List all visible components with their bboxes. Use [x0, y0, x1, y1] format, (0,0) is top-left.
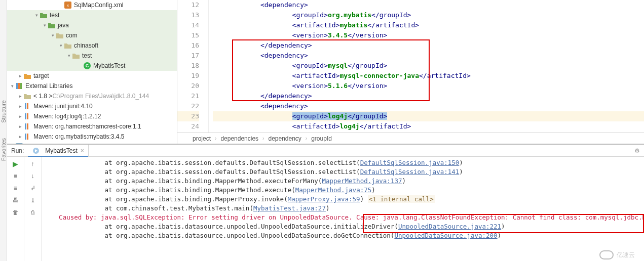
up-icon[interactable]: ↑	[28, 159, 38, 169]
tree-item[interactable]: ▸< 1.8 > C:\Program Files\Java\jdk1.8.0_…	[7, 91, 177, 101]
expand-arrow-icon[interactable]: ▾	[42, 23, 48, 28]
breadcrumb-item[interactable]: groupId	[311, 135, 332, 142]
scroll-icon[interactable]: ⤓	[28, 195, 38, 205]
svg-rect-2	[16, 83, 18, 89]
tree-item[interactable]: ▾chinasoft	[7, 40, 177, 51]
tree-label: Maven: log4j:log4j:1.2.12	[33, 113, 101, 120]
run-tab[interactable]: MybatisTest ×	[28, 145, 88, 156]
code-line[interactable]: <artifactId>mybatis</artifactId>	[213, 20, 644, 30]
svg-rect-9	[25, 123, 26, 129]
expand-arrow-icon[interactable]: ▸	[17, 94, 23, 99]
code-line[interactable]: </dependency>	[213, 91, 644, 101]
down-icon[interactable]: ↓	[28, 171, 38, 181]
code-line[interactable]: <version>1.2.12</version>	[213, 132, 644, 133]
stack-link[interactable]: UnpooledDataSource.java:200	[394, 232, 497, 239]
svg-rect-4	[20, 83, 22, 89]
lib-icon	[23, 122, 31, 130]
close-icon[interactable]: ×	[81, 147, 84, 154]
cloud-icon	[599, 250, 614, 259]
code-line[interactable]: <dependency>	[213, 101, 644, 111]
run-tab-label: MybatisTest	[45, 147, 77, 154]
expand-arrow-icon[interactable]: ▸	[17, 134, 23, 139]
code-line[interactable]: <version>5.1.6</version>	[213, 81, 644, 91]
stack-link[interactable]: DefaultSqlSession.java:150	[360, 159, 460, 166]
code-line[interactable]: <groupId>mysql</groupId>	[213, 61, 644, 71]
lib-icon	[23, 112, 31, 120]
stack-link[interactable]: MapperProxy.java:59	[288, 195, 360, 203]
console-line: at org.apache.ibatis.datasource.unpooled…	[44, 222, 642, 231]
tree-label: < 1.8 >	[33, 93, 52, 100]
class-icon: C	[83, 62, 91, 70]
stack-link[interactable]: UnpooledDataSource.java:221	[398, 223, 501, 230]
expand-arrow-icon[interactable]: ▾	[58, 43, 64, 48]
tree-item[interactable]: ▸Maven: org.mybatis:mybatis:3.4.5	[7, 132, 177, 142]
expand-arrow-icon[interactable]: ▸	[17, 124, 23, 129]
delete-button[interactable]: 🗑	[11, 207, 21, 218]
code-line[interactable]: </dependency>	[213, 40, 644, 51]
stack-link[interactable]: MapperMethod.java:137	[322, 177, 402, 185]
expand-arrow-icon[interactable]: ▸	[17, 73, 23, 78]
tree-item[interactable]: CMybatisTest	[7, 61, 177, 71]
tree-item[interactable]: ▸Maven: log4j:log4j:1.2.12	[7, 111, 177, 121]
tree-item[interactable]: ▾External Libraries	[7, 81, 177, 91]
stack-link[interactable]: MapperMethod.java:75	[295, 186, 372, 194]
editor-code[interactable]: <dependency> <groupId>org.mybatis</group…	[209, 0, 644, 133]
console-line: Caused by: java.sql.SQLException: Error …	[44, 213, 642, 222]
expand-arrow-icon[interactable]: ▾	[66, 53, 72, 58]
code-line[interactable]: <groupId>log4j</groupId>	[213, 111, 644, 121]
svg-rect-12	[27, 134, 28, 140]
tree-item[interactable]: ▾java	[7, 20, 177, 30]
breadcrumb-item[interactable]: dependencies	[220, 135, 258, 142]
tree-item[interactable]: ▾test	[7, 10, 177, 20]
expand-arrow-icon[interactable]: ▸	[17, 114, 23, 119]
editor-gutter: 1213141516171819202122232425	[177, 0, 209, 133]
code-line[interactable]: <artifactId>log4j</artifactId>	[213, 121, 644, 132]
tree-label: Maven: org.hamcrest:hamcrest-core:1.1	[33, 123, 141, 130]
tree-item[interactable]: ▾test	[7, 51, 177, 61]
run-toolbar-left: ▶ ■ ≡ 🖶 🗑	[7, 157, 24, 261]
print-button[interactable]: 🖶	[11, 195, 21, 205]
tree-item[interactable]: ▸Maven: org.hamcrest:hamcrest-core:1.1	[7, 121, 177, 132]
code-line[interactable]: <artifactId>mysql-connector-java</artifa…	[213, 71, 644, 81]
run-toolbar-2: ↑ ↓ ↲ ⤓ ⎙	[24, 157, 42, 261]
run-label: Run:	[7, 147, 28, 154]
wrap-icon[interactable]: ↲	[28, 183, 38, 193]
stack-link[interactable]: DefaultSqlSession.java:141	[360, 168, 460, 176]
svg-rect-11	[25, 134, 26, 140]
breadcrumb[interactable]: project›dependencies›dependency›groupId	[177, 133, 644, 144]
tree-label: chinasoft	[74, 42, 98, 49]
tree-label: Maven: junit:junit:4.10	[33, 103, 93, 110]
folder-icon	[23, 92, 31, 100]
console-line: at org.apache.ibatis.session.defaults.De…	[44, 167, 642, 177]
svg-rect-7	[25, 113, 26, 119]
stop-button[interactable]: ■	[11, 171, 21, 181]
code-line[interactable]: <groupId>org.mybatis</groupId>	[213, 10, 644, 20]
code-line[interactable]: <version>3.4.5</version>	[213, 30, 644, 40]
console-output[interactable]: at org.apache.ibatis.session.defaults.De…	[42, 157, 644, 261]
folder-icon	[64, 41, 72, 50]
tree-label: Maven: org.mybatis:mybatis:3.4.5	[33, 133, 124, 140]
expand-arrow-icon[interactable]: ▾	[9, 83, 15, 89]
layout-button[interactable]: ≡	[11, 183, 21, 193]
structure-tool[interactable]: Structure	[1, 100, 7, 123]
console-line: at org.apache.ibatis.datasource.unpooled…	[44, 231, 642, 240]
gear-icon[interactable]: ⚙	[634, 147, 640, 154]
code-line[interactable]: <dependency>	[213, 51, 644, 61]
folder-orange-icon	[23, 72, 31, 80]
rerun-button[interactable]: ▶	[11, 159, 21, 169]
favorites-tool[interactable]: Favorites	[1, 138, 7, 161]
project-tree[interactable]: xSqlMapConfig.xml▾test▾java▾com▾chinasof…	[7, 0, 177, 144]
tree-label: External Libraries	[25, 82, 72, 90]
breadcrumb-item[interactable]: project	[193, 135, 211, 142]
code-line[interactable]: <dependency>	[213, 0, 644, 10]
expand-arrow-icon[interactable]: ▾	[33, 13, 40, 18]
tree-item[interactable]: xSqlMapConfig.xml	[7, 0, 177, 10]
expand-arrow-icon[interactable]: ▸	[17, 104, 23, 109]
filter-icon[interactable]: ⎙	[28, 207, 38, 218]
stack-link[interactable]: MybatisTest.java:27	[253, 204, 326, 212]
tree-item[interactable]: ▸Maven: junit:junit:4.10	[7, 101, 177, 111]
breadcrumb-item[interactable]: dependency	[268, 135, 301, 142]
tree-item[interactable]: ▸target	[7, 71, 177, 81]
tree-item[interactable]: ▾com	[7, 30, 177, 40]
expand-arrow-icon[interactable]: ▾	[50, 33, 56, 38]
